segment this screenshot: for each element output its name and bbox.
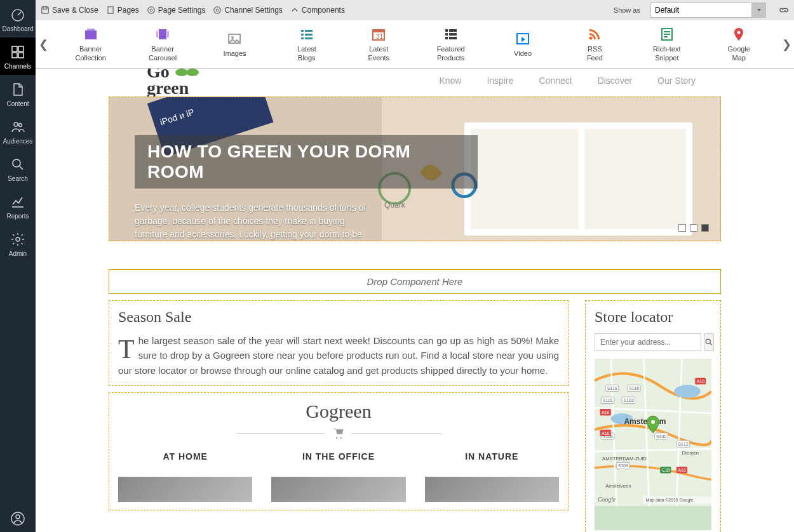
hero-description: Every year, college students generate th…: [135, 201, 376, 241]
locator-search-button[interactable]: [704, 333, 714, 351]
hero-overlay: HOW TO GREEN YOUR DORM ROOM Every year, …: [135, 135, 478, 241]
category-title: AT HOME: [118, 451, 252, 462]
sidebar-item-audiences[interactable]: Audiences: [0, 112, 36, 150]
menu-channel-settings[interactable]: Channel Settings: [213, 6, 282, 15]
side-column: Store locator: [585, 300, 721, 532]
map-pin-icon: [730, 26, 748, 43]
svg-rect-36: [445, 33, 448, 36]
comp-video[interactable]: Video: [491, 26, 555, 62]
hero-banner[interactable]: Quark iPod и iP HOW TO GREEN YOUR DORM R…: [109, 96, 721, 241]
show-as-select[interactable]: Default: [650, 3, 752, 18]
season-sale-box[interactable]: Season Sale The largest season sale of t…: [109, 300, 569, 386]
svg-rect-32: [373, 30, 384, 32]
locator-address-input[interactable]: [595, 333, 701, 351]
category-image: [118, 477, 252, 502]
svg-text:AMSTERDAM-ZUID: AMSTERDAM-ZUID: [602, 456, 647, 462]
category-in-the-office[interactable]: IN THE OFFICE: [271, 451, 405, 502]
sidebar-item-content[interactable]: Content: [0, 75, 36, 112]
svg-rect-30: [305, 37, 313, 39]
menu-label: Channel Settings: [224, 6, 282, 15]
svg-text:A10: A10: [602, 431, 609, 436]
page-canvas: Go green KnowInspireConnectDiscoverOur S…: [109, 69, 721, 532]
category-at-home[interactable]: AT HOME: [118, 451, 252, 502]
link-button[interactable]: [779, 5, 789, 15]
nav-link-our-story[interactable]: Our Story: [657, 76, 696, 86]
images-icon: [225, 30, 243, 47]
comp-latest-events[interactable]: 31LatestEvents: [347, 26, 410, 62]
svg-text:S116: S116: [629, 386, 639, 390]
comp-banner-carousel[interactable]: BannerCarousel: [131, 26, 194, 62]
comp-latest-blogs[interactable]: LatestBlogs: [275, 26, 339, 62]
people-icon: [10, 119, 26, 135]
svg-rect-4: [18, 53, 24, 58]
locator-map[interactable]: S118 S116 S101 S103 S106 S100 S112 S109 …: [595, 359, 711, 530]
svg-text:S118: S118: [607, 386, 617, 390]
menu-components[interactable]: Components: [290, 6, 345, 15]
menu-page-settings[interactable]: Page Settings: [147, 6, 206, 15]
logo-line2: green: [147, 78, 189, 98]
svg-rect-28: [305, 34, 313, 36]
sidebar-item-dashboard[interactable]: Dashboard: [0, 0, 36, 37]
svg-text:S112: S112: [678, 442, 689, 446]
page-preview[interactable]: Go green KnowInspireConnectDiscoverOur S…: [36, 69, 794, 532]
store-locator-box[interactable]: Store locator: [585, 300, 721, 532]
svg-rect-27: [301, 34, 304, 36]
sidebar-label: Dashboard: [3, 25, 34, 32]
comp-rich-text-snippet[interactable]: Rich-textSnippet: [635, 26, 699, 62]
sidebar-item-reports[interactable]: Reports: [0, 187, 36, 225]
svg-point-46: [737, 31, 741, 34]
sidebar-label: Search: [8, 175, 28, 182]
collection-icon: [82, 26, 100, 43]
sidebar-item-channels[interactable]: Channels: [0, 37, 36, 75]
nav-link-connect[interactable]: Connect: [539, 76, 572, 86]
component-scroll-left[interactable]: ❮: [36, 20, 51, 68]
menu-pages[interactable]: Pages: [106, 6, 139, 15]
svg-rect-12: [43, 7, 47, 10]
component-label: RSSFeed: [587, 45, 603, 62]
page-icon: [106, 6, 115, 15]
top-menubar: Save & Close Pages Page Settings Channel…: [36, 0, 794, 20]
show-as-label: Show as: [614, 6, 640, 14]
component-label: Rich-textSnippet: [653, 45, 680, 62]
chevron-right-icon: ❯: [782, 37, 791, 51]
component-label: LatestBlogs: [297, 45, 316, 62]
video-icon: [514, 30, 532, 47]
sidebar-item-admin[interactable]: Admin: [0, 225, 36, 262]
hero-dot-3[interactable]: [701, 224, 709, 232]
sidebar-label: Content: [6, 100, 29, 107]
sidebar-label: Audiences: [3, 138, 33, 145]
category-in-nature[interactable]: IN NATURE: [425, 451, 559, 502]
season-sale-title: Season Sale: [118, 309, 559, 326]
svg-point-5: [14, 123, 18, 126]
comp-google-map[interactable]: GoogleMap: [707, 26, 770, 62]
catalog-box[interactable]: Gogreen AT HOMEIN THE OFFICEIN NATURE: [109, 392, 569, 510]
svg-point-10: [16, 515, 20, 519]
hero-dot-2[interactable]: [690, 224, 697, 232]
sidebar-item-user[interactable]: [0, 504, 36, 532]
component-scroll-right[interactable]: ❯: [779, 20, 794, 68]
comp-rss-feed[interactable]: RSSFeed: [563, 26, 626, 62]
nav-link-know[interactable]: Know: [439, 76, 461, 86]
svg-rect-2: [18, 46, 24, 51]
nav-link-discover[interactable]: Discover: [598, 76, 632, 86]
comp-images[interactable]: Images: [203, 26, 266, 62]
products-icon: [442, 26, 460, 43]
grid-icon: [10, 44, 26, 60]
svg-rect-18: [85, 30, 97, 39]
triangle-down-icon: [756, 7, 762, 13]
show-as-dropdown-button[interactable]: [752, 3, 766, 18]
nav-link-inspire[interactable]: Inspire: [487, 76, 513, 86]
svg-text:A10: A10: [602, 410, 609, 415]
comp-featured-products[interactable]: FeaturedProducts: [419, 26, 483, 62]
component-toolbar: ❮ BannerCollectionBannerCarouselImagesLa…: [36, 20, 794, 69]
drop-zone[interactable]: Drop Component Here: [109, 269, 721, 294]
map-attrib: Map data ©2015 Google: [646, 498, 694, 503]
svg-text:A10: A10: [697, 379, 704, 383]
sidebar-item-search[interactable]: Search: [0, 150, 36, 187]
svg-point-62: [675, 385, 701, 398]
comp-banner-collection[interactable]: BannerCollection: [59, 26, 123, 62]
hero-dot-1[interactable]: [678, 224, 686, 232]
site-logo[interactable]: Go green: [147, 69, 223, 98]
menu-save-close[interactable]: Save & Close: [41, 6, 98, 15]
component-label: LatestEvents: [368, 45, 389, 62]
